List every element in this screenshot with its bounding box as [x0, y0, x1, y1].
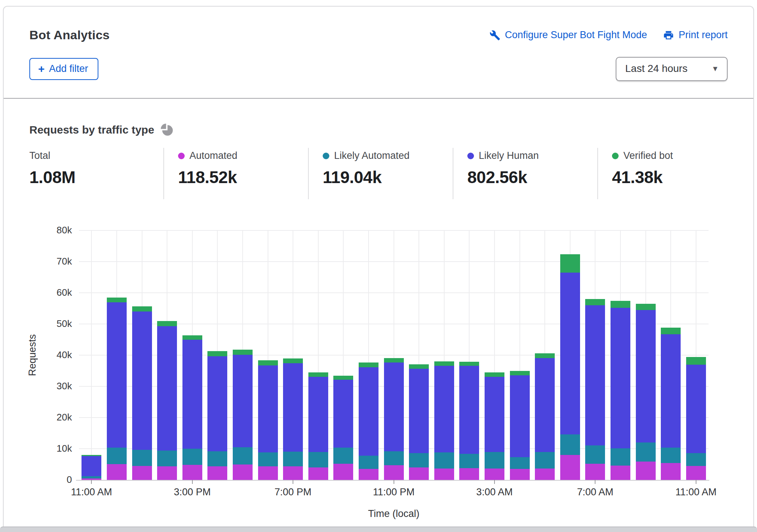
bar-segment-verified-bot [459, 362, 479, 366]
y-tick-label: 10k [29, 443, 72, 454]
stat-total[interactable]: Total 1.08M [29, 148, 163, 199]
stat-verified-bot[interactable]: Verified bot 41.38k [597, 148, 728, 199]
bar-segment-verified-bot [157, 321, 177, 326]
bar-segment-likely-automated [333, 448, 353, 464]
y-tick-label: 50k [29, 318, 72, 329]
stat-likely-human-label: Likely Human [479, 150, 539, 161]
bar-100am[interactable] [434, 361, 454, 480]
likely-human-dot-icon [467, 153, 474, 159]
bar-segment-likely-automated [485, 452, 504, 469]
next-section-top-edge [0, 526, 757, 532]
bar-1000pm[interactable] [359, 362, 378, 480]
bar-1200pm[interactable] [107, 298, 127, 480]
bar-segment-automated [233, 464, 253, 480]
bar-segment-verified-bot [535, 353, 555, 358]
bar-segment-automated [535, 469, 555, 480]
bar-segment-likely-automated [207, 451, 227, 466]
bar-100pm[interactable] [132, 306, 152, 480]
stat-verified-bot-label: Verified bot [623, 150, 673, 161]
bar-700am[interactable] [585, 299, 605, 480]
bar-segment-verified-bot [661, 328, 681, 334]
bar-1100pm[interactable] [384, 358, 404, 480]
stat-likely-automated[interactable]: Likely Automated 119.04k [308, 148, 453, 199]
page-title: Bot Analytics [29, 28, 110, 42]
stat-automated-value: 118.52k [178, 167, 308, 187]
bar-600pm[interactable] [258, 360, 278, 480]
y-tick-label: 20k [29, 412, 72, 423]
bar-600am[interactable] [560, 254, 580, 480]
print-report-link[interactable]: Print report [663, 29, 728, 41]
bar-segment-likely-human [686, 365, 706, 453]
bar-1100am[interactable] [686, 357, 706, 480]
bar-segment-likely-automated [258, 452, 278, 466]
v-gridline [91, 230, 92, 480]
bar-segment-automated [359, 469, 378, 480]
bar-segment-verified-bot [207, 351, 227, 356]
bar-segment-automated [636, 462, 656, 480]
print-link-label: Print report [678, 29, 728, 41]
bar-segment-likely-human [182, 340, 202, 449]
bar-segment-likely-automated [585, 445, 605, 464]
bar-200am[interactable] [459, 362, 479, 480]
bar-900pm[interactable] [333, 376, 353, 480]
stat-likely-automated-label: Likely Automated [334, 150, 410, 161]
bar-700pm[interactable] [283, 358, 303, 480]
bar-900am[interactable] [636, 304, 656, 480]
x-axis-title: Time (local) [79, 508, 709, 520]
bar-segment-likely-human [485, 377, 504, 452]
bar-400pm[interactable] [207, 351, 227, 480]
bar-segment-verified-bot [585, 299, 605, 305]
bar-segment-verified-bot [560, 254, 580, 273]
bar-800pm[interactable] [308, 372, 328, 480]
bar-segment-likely-human [359, 367, 378, 456]
time-range-select[interactable]: Last 24 hours ▼ [616, 57, 728, 81]
bar-segment-automated [686, 466, 706, 480]
section-title: Requests by traffic type [29, 124, 154, 136]
configure-super-bot-fight-mode-link[interactable]: Configure Super Bot Fight Mode [489, 29, 647, 41]
bar-segment-likely-human [535, 358, 555, 452]
bar-segment-likely-human [409, 369, 429, 453]
stat-automated[interactable]: Automated 118.52k [163, 148, 308, 199]
bar-segment-automated [485, 469, 504, 480]
bar-800am[interactable] [611, 301, 630, 480]
verified-bot-dot-icon [612, 153, 619, 159]
bar-segment-verified-bot [107, 298, 127, 302]
bar-segment-likely-automated [233, 447, 253, 465]
bar-segment-automated [585, 464, 605, 480]
header-divider [4, 98, 753, 99]
add-filter-button[interactable]: + Add filter [29, 58, 98, 80]
stat-likely-human[interactable]: Likely Human 802.56k [453, 148, 597, 199]
bar-segment-likely-human [560, 273, 580, 434]
bar-1100am[interactable] [82, 455, 101, 480]
bar-segment-verified-bot [359, 362, 378, 368]
bar-segment-automated [661, 463, 681, 480]
pie-chart-icon [161, 124, 173, 136]
y-tick-label: 60k [29, 287, 72, 298]
bar-1000am[interactable] [661, 328, 681, 480]
bar-segment-verified-bot [258, 360, 278, 365]
bar-300pm[interactable] [182, 335, 202, 480]
bar-segment-verified-bot [333, 376, 353, 380]
bar-segment-likely-human [585, 305, 605, 445]
y-tick-label: 0 [29, 474, 72, 485]
bar-segment-likely-automated [434, 452, 454, 469]
x-tick-mark [696, 480, 696, 484]
bar-segment-automated [107, 464, 127, 480]
bar-500pm[interactable] [233, 350, 253, 480]
y-tick-label: 40k [29, 349, 72, 361]
bar-segment-likely-automated [308, 452, 328, 468]
bar-500am[interactable] [535, 353, 555, 480]
bar-400am[interactable] [510, 371, 530, 480]
bar-300am[interactable] [485, 372, 504, 480]
x-tick-mark [293, 480, 293, 484]
time-range-value: Last 24 hours [625, 63, 688, 74]
chart-plot-area [79, 230, 709, 480]
bar-segment-automated [560, 455, 580, 480]
x-tick-label: 11:00 PM [354, 487, 434, 498]
plus-icon: + [38, 63, 45, 74]
bar-200pm[interactable] [157, 321, 177, 480]
x-tick-mark [494, 480, 495, 484]
bar-segment-likely-human [459, 366, 479, 454]
bar-1200am[interactable] [409, 364, 429, 480]
bar-segment-automated [182, 465, 202, 480]
